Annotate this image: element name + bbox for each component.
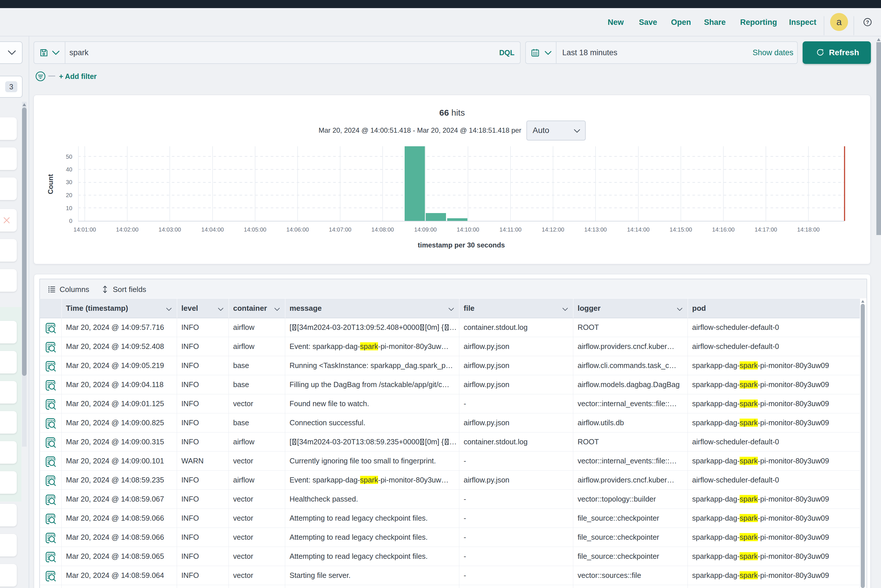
svg-text:?: ?	[866, 20, 869, 25]
